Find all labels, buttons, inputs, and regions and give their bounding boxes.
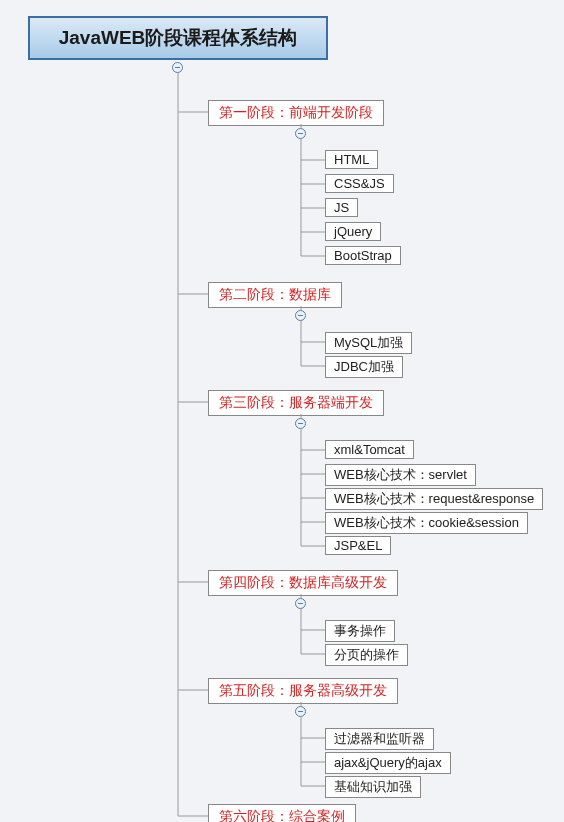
toggle-icon[interactable] [295, 128, 306, 139]
toggle-icon[interactable] [295, 706, 306, 717]
leaf-item: MySQL加强 [325, 332, 412, 354]
stage-title: 第六阶段：综合案例 [208, 804, 356, 822]
leaf-item: CSS&JS [325, 174, 394, 193]
toggle-icon[interactable] [172, 62, 183, 73]
toggle-icon[interactable] [295, 310, 306, 321]
leaf-item: JSP&EL [325, 536, 391, 555]
toggle-icon[interactable] [295, 598, 306, 609]
leaf-item: JS [325, 198, 358, 217]
leaf-item: WEB核心技术：servlet [325, 464, 476, 486]
root-title: JavaWEB阶段课程体系结构 [28, 16, 328, 60]
leaf-item: 基础知识加强 [325, 776, 421, 798]
stage-title: 第四阶段：数据库高级开发 [208, 570, 398, 596]
toggle-icon[interactable] [295, 418, 306, 429]
leaf-item: WEB核心技术：cookie&session [325, 512, 528, 534]
stage-title: 第一阶段：前端开发阶段 [208, 100, 384, 126]
leaf-item: JDBC加强 [325, 356, 403, 378]
stage-title: 第二阶段：数据库 [208, 282, 342, 308]
stage-title: 第五阶段：服务器高级开发 [208, 678, 398, 704]
leaf-item: 事务操作 [325, 620, 395, 642]
leaf-item: BootStrap [325, 246, 401, 265]
leaf-item: HTML [325, 150, 378, 169]
leaf-item: xml&Tomcat [325, 440, 414, 459]
leaf-item: WEB核心技术：request&response [325, 488, 543, 510]
leaf-item: 分页的操作 [325, 644, 408, 666]
leaf-item: ajax&jQuery的ajax [325, 752, 451, 774]
leaf-item: jQuery [325, 222, 381, 241]
stage-title: 第三阶段：服务器端开发 [208, 390, 384, 416]
leaf-item: 过滤器和监听器 [325, 728, 434, 750]
